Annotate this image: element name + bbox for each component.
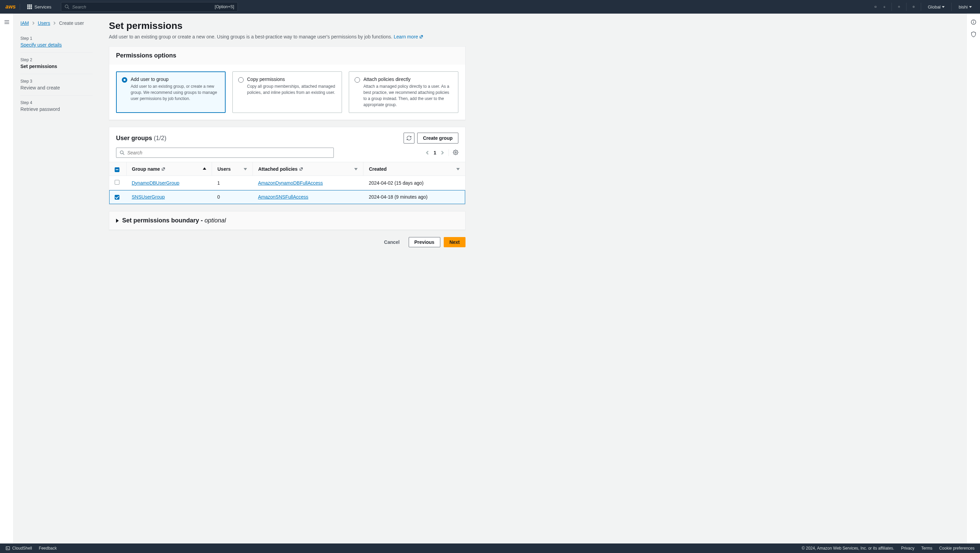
group-name-link[interactable]: SNSUserGroup xyxy=(132,194,165,200)
col-created[interactable]: Created xyxy=(363,162,465,176)
next-page-icon[interactable] xyxy=(440,151,444,155)
main-area: IAM Users Create user Step 1 Specify use… xyxy=(14,14,966,543)
learn-more-link[interactable]: Learn more xyxy=(394,34,423,40)
row-checkbox[interactable] xyxy=(115,195,119,200)
created-cell: 2024-04-18 (9 minutes ago) xyxy=(363,190,465,204)
help-icon[interactable] xyxy=(896,4,902,10)
policy-link[interactable]: AmazonDynamoDBFullAccess xyxy=(258,180,323,186)
global-search[interactable]: [Option+S] xyxy=(61,2,238,11)
col-policies[interactable]: Attached policies xyxy=(253,162,363,176)
panel-heading: Permissions options xyxy=(109,47,465,65)
svg-point-19 xyxy=(455,152,456,153)
next-button[interactable]: Next xyxy=(444,237,466,247)
external-link-icon xyxy=(161,167,165,171)
wizard-footer: Cancel Previous Next xyxy=(109,237,466,248)
created-cell: 2024-04-02 (15 days ago) xyxy=(363,176,465,190)
main-layout: IAM Users Create user Step 1 Specify use… xyxy=(0,14,980,543)
previous-button[interactable]: Previous xyxy=(409,237,440,247)
page-subtitle: Add user to an existing group or create … xyxy=(109,34,466,40)
option-add-to-group[interactable]: Add user to group Add user to an existin… xyxy=(116,72,226,113)
groups-controls: 1 xyxy=(109,143,465,162)
sort-icon xyxy=(354,168,358,170)
svg-rect-1 xyxy=(29,5,30,6)
step-title[interactable]: Specify user details xyxy=(21,42,92,48)
sort-icon xyxy=(456,168,460,170)
option-title: Add user to group xyxy=(130,76,220,82)
option-title: Copy permissions xyxy=(247,76,336,82)
breadcrumb-root[interactable]: IAM xyxy=(21,21,29,26)
svg-rect-7 xyxy=(29,8,30,9)
left-sidebar-rail xyxy=(0,14,14,543)
policy-link[interactable]: AmazonSNSFullAccess xyxy=(258,194,308,200)
table-preferences-button[interactable] xyxy=(453,149,458,156)
option-attach-policies[interactable]: Attach policies directly Attach a manage… xyxy=(349,72,458,113)
sort-icon xyxy=(243,168,247,170)
svg-line-18 xyxy=(123,153,124,155)
settings-icon[interactable] xyxy=(911,4,917,10)
breadcrumb-users[interactable]: Users xyxy=(38,21,50,26)
option-desc: Copy all group memberships, attached man… xyxy=(247,83,336,95)
group-search[interactable] xyxy=(116,148,334,158)
step-title: Retrieve password xyxy=(21,106,92,112)
services-menu[interactable]: Services xyxy=(23,4,56,10)
users-cell: 1 xyxy=(212,176,253,190)
chevron-down-icon xyxy=(942,6,945,8)
global-footer: CloudShell Feedback © 2024, Amazon Web S… xyxy=(0,543,980,553)
shield-icon[interactable] xyxy=(970,31,977,37)
radio-icon xyxy=(238,77,243,83)
col-users[interactable]: Users xyxy=(212,162,253,176)
cloudshell-icon[interactable] xyxy=(872,4,878,10)
privacy-link[interactable]: Privacy xyxy=(901,546,914,551)
option-copy-permissions[interactable]: Copy permissions Copy all group membersh… xyxy=(232,72,342,113)
refresh-icon xyxy=(406,135,412,141)
account-menu[interactable]: bishi xyxy=(956,5,975,10)
cancel-button[interactable]: Cancel xyxy=(379,237,405,248)
table-row[interactable]: DynamoDBUserGroup 1 AmazonDynamoDBFullAc… xyxy=(109,176,465,190)
svg-point-9 xyxy=(65,5,68,8)
step-label: Step 2 xyxy=(21,57,92,62)
global-search-input[interactable] xyxy=(72,5,215,10)
svg-rect-11 xyxy=(875,6,876,8)
wizard-sidebar: IAM Users Create user Step 1 Specify use… xyxy=(14,14,102,543)
options-row: Add user to group Add user to an existin… xyxy=(116,72,458,113)
prev-page-icon[interactable] xyxy=(425,151,430,155)
search-icon xyxy=(120,150,124,155)
table-row[interactable]: SNSUserGroup 0 AmazonSNSFullAccess 2024-… xyxy=(109,190,465,204)
copyright-text: © 2024, Amazon Web Services, Inc. or its… xyxy=(802,546,894,551)
chevron-right-icon xyxy=(53,21,56,25)
col-group-name[interactable]: Group name xyxy=(126,162,212,176)
group-search-input[interactable] xyxy=(127,150,330,156)
wizard-step-3: Step 3 Review and create xyxy=(21,74,92,95)
search-icon xyxy=(65,5,69,9)
step-title: Set permissions xyxy=(21,64,92,69)
caret-right-icon xyxy=(116,219,119,223)
svg-rect-5 xyxy=(30,6,32,8)
notifications-icon[interactable] xyxy=(881,4,888,10)
aws-logo[interactable]: aws xyxy=(5,4,20,10)
row-checkbox[interactable] xyxy=(115,180,119,185)
cloudshell-icon xyxy=(5,546,10,551)
svg-point-13 xyxy=(913,6,914,7)
cookie-preferences-link[interactable]: Cookie preferences xyxy=(939,546,975,551)
chevron-right-icon xyxy=(32,21,35,25)
menu-toggle-icon[interactable] xyxy=(4,19,10,25)
feedback-link[interactable]: Feedback xyxy=(39,546,57,551)
info-icon[interactable] xyxy=(970,19,977,25)
select-all-checkbox[interactable] xyxy=(115,167,119,172)
region-selector[interactable]: Global xyxy=(925,5,948,10)
create-group-button[interactable]: Create group xyxy=(417,133,458,143)
svg-rect-0 xyxy=(27,5,29,6)
cloudshell-link[interactable]: CloudShell xyxy=(5,546,32,551)
group-name-link[interactable]: DynamoDBUserGroup xyxy=(132,180,179,186)
refresh-button[interactable] xyxy=(404,133,414,143)
boundary-toggle[interactable]: Set permissions boundary - optional xyxy=(109,211,465,230)
svg-rect-6 xyxy=(27,8,29,9)
option-desc: Add user to an existing group, or create… xyxy=(130,83,220,102)
terms-link[interactable]: Terms xyxy=(921,546,932,551)
permissions-options-panel: Permissions options Add user to group Ad… xyxy=(109,46,466,120)
user-groups-panel: User groups (1/2) Create group xyxy=(109,127,466,204)
step-label: Step 4 xyxy=(21,100,92,105)
step-label: Step 1 xyxy=(21,36,92,41)
pagination: 1 xyxy=(425,149,458,156)
gear-icon xyxy=(453,149,458,155)
